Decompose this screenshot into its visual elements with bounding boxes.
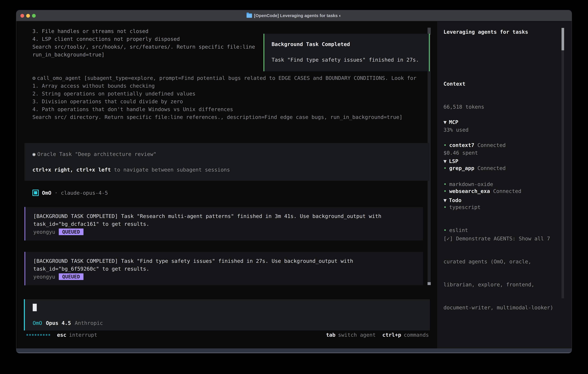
titlebar: [OpenCode] Leveraging agents for tasks ◐ xyxy=(16,10,572,21)
background-task-notification: Background Task Completed Task "Find typ… xyxy=(263,34,430,71)
zoom-button[interactable] xyxy=(32,14,36,18)
window-bottom-chrome xyxy=(16,348,572,353)
scrollback-line: 3. File handles or streams not closed xyxy=(32,27,255,35)
scrollback-line: Search src/tools/, src/hooks/, src/featu… xyxy=(32,43,255,51)
task-user: yeongyu xyxy=(33,274,55,280)
desktop: { "window": { "title": "[OpenCode] Lever… xyxy=(0,0,588,374)
scrollback-line: 4. LSP client connections not properly d… xyxy=(32,35,255,43)
input-model-name: Opus 4.5 xyxy=(46,319,71,327)
task-meta: yeongyu QUEUED xyxy=(33,273,423,280)
opencode-window: [OpenCode] Leveraging agents for tasks ◐… xyxy=(16,10,572,353)
task-meta: yeongyu QUEUED xyxy=(33,228,423,236)
task-message-line1: [BACKGROUND TASK COMPLETED] Task "Find t… xyxy=(33,257,423,265)
main-scrollbar-thumb-bottom[interactable] xyxy=(428,282,431,285)
tool-call-head: call_omo_agent [subagent_type=explore, p… xyxy=(37,75,417,81)
tool-call-item: 4. Path operations that don't handle Win… xyxy=(32,105,416,113)
mcp-heading: MCP xyxy=(449,119,458,125)
folder-icon xyxy=(247,13,252,18)
window-title-wrap: [OpenCode] Leveraging agents for tasks ◐ xyxy=(247,13,342,18)
traffic-lights xyxy=(21,14,36,18)
todo-line: curated agents (OmO, oracle, xyxy=(443,258,559,265)
workspace-info: ~/local-workspaces/oh-my-opencode: maste… xyxy=(443,334,550,348)
oracle-hint-rest: to navigate between subagent sessions xyxy=(111,167,230,173)
tool-call-footer: Search src/ directory. Return specific f… xyxy=(32,113,416,121)
lsp-heading: LSP xyxy=(449,158,458,164)
input-model-provider: Anthropic xyxy=(75,319,103,327)
window-title: [OpenCode] Leveraging agents for tasks ◐ xyxy=(254,13,342,18)
ctrlp-key-label: commands xyxy=(404,332,429,338)
task-message-line2: task_id="bg_6f59260c" to get results. xyxy=(33,265,423,273)
close-button[interactable] xyxy=(21,14,24,18)
tab-key-label: switch agent xyxy=(338,332,376,338)
agent-separator: · xyxy=(54,190,58,196)
scrollback-text-block: 3. File handles or streams not closed 4.… xyxy=(32,27,255,59)
oracle-spacer xyxy=(32,158,429,166)
session-sidebar: Leveraging agents for tasks Context 66,5… xyxy=(437,21,572,348)
session-title: Leveraging agents for tasks xyxy=(443,28,528,36)
todo-heading-line[interactable]: ▼Todo xyxy=(443,197,559,204)
chevron-down-icon: ▼ xyxy=(443,158,447,164)
todo-line: [✓] Demonstrate AGENTS: Show all 7 xyxy=(443,235,559,242)
agent-name: OmO xyxy=(42,190,51,196)
task-message-line1: [BACKGROUND TASK COMPLETED] Task "Resear… xyxy=(33,212,423,220)
task-message-line2: task_id="bg_dcfac161" to get results. xyxy=(33,220,423,228)
agent-header[interactable]: OmO · claude-opus-4-5 xyxy=(32,189,108,197)
minimize-button[interactable] xyxy=(26,14,30,18)
working-indicator xyxy=(26,334,50,336)
notification-title: Background Task Completed xyxy=(272,40,429,48)
lsp-heading-line[interactable]: ▼LSP xyxy=(443,157,493,165)
esc-key-hint: esc xyxy=(57,332,66,338)
tool-call-item: 2. String operations on potentially unde… xyxy=(32,90,416,98)
text-cursor xyxy=(33,304,37,311)
tab-key-hint: tab xyxy=(326,332,335,338)
context-heading: Context xyxy=(443,80,484,88)
gear-icon: ⚙ xyxy=(32,75,36,81)
agent-model: claude-opus-4-5 xyxy=(61,190,108,196)
tool-call-item: 3. Division operations that could divide… xyxy=(32,98,416,105)
task-user: yeongyu xyxy=(33,229,55,235)
input-agent-name: OmO xyxy=(33,319,42,327)
chevron-down-icon: ▼ xyxy=(443,197,447,203)
model-info-line: OmO Opus 4.5 Anthropic xyxy=(33,319,103,327)
todo-heading: Todo xyxy=(449,197,462,203)
mcp-heading-line[interactable]: ▼MCP xyxy=(443,118,521,126)
todo-item-done: [✓] Demonstrate AGENTS: Show all 7 curat… xyxy=(443,219,559,327)
sidebar-scrollbar-track[interactable] xyxy=(562,28,564,298)
scrollback-line: run_in_background=true] xyxy=(32,51,255,59)
oracle-hint-keys: ctrl+x right, ctrl+x left xyxy=(32,167,111,173)
sidebar-scrollbar-thumb[interactable] xyxy=(562,28,564,50)
notification-body: Task "Find type safety issues" finished … xyxy=(272,56,429,64)
oracle-status-icon: ◉ xyxy=(32,151,36,157)
todo-line: librarian, explore, frontend, xyxy=(443,281,559,288)
oracle-title: Oracle Task "Deep architecture review" xyxy=(37,151,157,157)
terminal-main-area: 3. File handles or streams not closed 4.… xyxy=(16,21,437,348)
background-task-card: [BACKGROUND TASK COMPLETED] Task "Resear… xyxy=(24,207,423,240)
status-bar: esc interrupt tab switch agent ctrl+p co… xyxy=(16,331,437,339)
prompt-input[interactable]: OmO Opus 4.5 Anthropic xyxy=(24,299,430,331)
tool-call-item: 1. Array access without bounds checking xyxy=(32,82,416,90)
ctrlp-key-hint: ctrl+p xyxy=(382,332,401,338)
task-status-badge: QUEUED xyxy=(59,229,84,235)
chevron-down-icon: ▼ xyxy=(443,119,447,125)
background-task-card: [BACKGROUND TASK COMPLETED] Task "Find t… xyxy=(24,252,423,285)
oracle-task-card: ◉Oracle Task "Deep architecture review" … xyxy=(24,143,429,181)
tool-call-block: ⚙call_omo_agent [subagent_type=explore, … xyxy=(32,74,416,121)
tool-call-head-line: ⚙call_omo_agent [subagent_type=explore, … xyxy=(32,74,416,82)
esc-key-label: interrupt xyxy=(69,332,97,338)
todo-line: document-writer, multimodal-looker) xyxy=(443,304,559,311)
todo-section: ▼Todo [✓] Demonstrate AGENTS: Show all 7… xyxy=(443,181,559,348)
oracle-title-line: ◉Oracle Task "Deep architecture review" xyxy=(32,150,429,158)
notification-spacer xyxy=(272,48,429,56)
task-status-badge: QUEUED xyxy=(59,273,84,280)
omo-agent-icon xyxy=(32,190,39,196)
oracle-hint-line: ctrl+x right, ctrl+x left to navigate be… xyxy=(32,166,429,174)
